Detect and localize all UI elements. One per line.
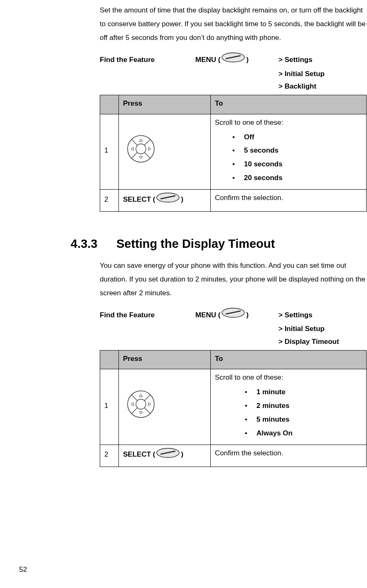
th-press: Press (119, 95, 211, 114)
dpad-icon (126, 390, 155, 423)
select-press: SELECT ( ) (123, 192, 206, 207)
menu-pre: MENU ( (195, 53, 220, 67)
option-10s: 10 seconds (244, 158, 362, 171)
section-title: Setting the Display Timeout (116, 237, 275, 250)
svg-line-12 (144, 395, 150, 401)
option-2m: 2 minutes (256, 399, 362, 413)
select-press: SELECT ( ) (123, 447, 206, 462)
menu-pre: MENU ( (195, 308, 220, 322)
table-row: 1 (100, 114, 367, 189)
th-to: To (211, 95, 367, 114)
section-heading: 4.3.3Setting the Display Timeout (71, 237, 367, 251)
table-row: 2 SELECT ( ) Confirm the selection. (100, 190, 367, 212)
scroll-lead: Scroll to one of these: (215, 372, 362, 384)
steps-table-timeout: Press To 1 (100, 350, 367, 467)
dpad-icon (126, 134, 155, 168)
step-num: 1 (100, 114, 119, 189)
breadcrumb-backlight: > Backlight (278, 80, 367, 93)
svg-line-4 (144, 140, 150, 146)
breadcrumb-settings: > Settings (278, 308, 313, 322)
svg-point-1 (128, 136, 154, 162)
breadcrumb-initial-setup: > Initial Setup (278, 323, 367, 336)
confirm-text: Confirm the selection. (211, 190, 367, 212)
section-number: 4.3.3 (71, 237, 116, 251)
option-off: Off (244, 131, 362, 144)
option-1m: 1 minute (256, 385, 362, 399)
svg-point-9 (128, 391, 154, 418)
softkey-icon (221, 52, 245, 67)
softkey-icon (156, 192, 180, 207)
breadcrumb-settings: > Settings (278, 53, 313, 67)
steps-table-backlight: Press To 1 (100, 95, 367, 212)
backlight-intro: Set the amount of time that the display … (100, 3, 367, 44)
option-always: Always On (256, 427, 362, 440)
select-pre: SELECT ( (123, 449, 155, 461)
svg-line-6 (144, 152, 150, 158)
step-num: 2 (100, 190, 119, 212)
table-row: 2 SELECT ( ) Confirm the selection. (100, 445, 367, 467)
timeout-intro: You can save energy of your phone with t… (100, 259, 367, 300)
menu-post: ) (246, 308, 249, 322)
table-row: 1 (100, 369, 367, 445)
select-pre: SELECT ( (123, 194, 155, 206)
step-num: 1 (100, 369, 119, 445)
find-the-feature-label: Find the Feature (100, 308, 195, 322)
feature-row-timeout: Find the Feature MENU ( ) > Settings (100, 307, 367, 323)
page-number: 52 (19, 563, 27, 576)
find-the-feature-label: Find the Feature (100, 53, 195, 67)
svg-line-5 (132, 152, 138, 158)
svg-line-14 (144, 408, 150, 413)
menu-label: MENU ( ) (195, 52, 278, 67)
softkey-icon (221, 307, 245, 323)
menu-label: MENU ( ) (195, 307, 278, 323)
breadcrumb-initial-setup: > Initial Setup (278, 68, 367, 81)
step-num: 2 (100, 445, 119, 467)
svg-line-11 (132, 395, 138, 401)
confirm-text: Confirm the selection. (211, 445, 367, 467)
option-5m: 5 minutes (256, 413, 362, 427)
scroll-lead: Scroll to one of these: (215, 117, 362, 129)
feature-row-backlight: Find the Feature MENU ( ) > Settings (100, 52, 367, 67)
select-post: ) (181, 449, 183, 461)
svg-line-13 (132, 408, 138, 413)
breadcrumb-display-timeout: > Display Timeout (278, 336, 367, 348)
select-post: ) (181, 194, 183, 206)
svg-line-3 (132, 140, 138, 146)
th-num (100, 350, 119, 369)
th-press: Press (119, 350, 211, 369)
softkey-icon (156, 447, 180, 462)
option-20s: 20 seconds (244, 171, 362, 185)
th-to: To (211, 350, 367, 369)
option-5s: 5 seconds (244, 144, 362, 158)
menu-post: ) (246, 53, 249, 67)
th-num (100, 95, 119, 114)
